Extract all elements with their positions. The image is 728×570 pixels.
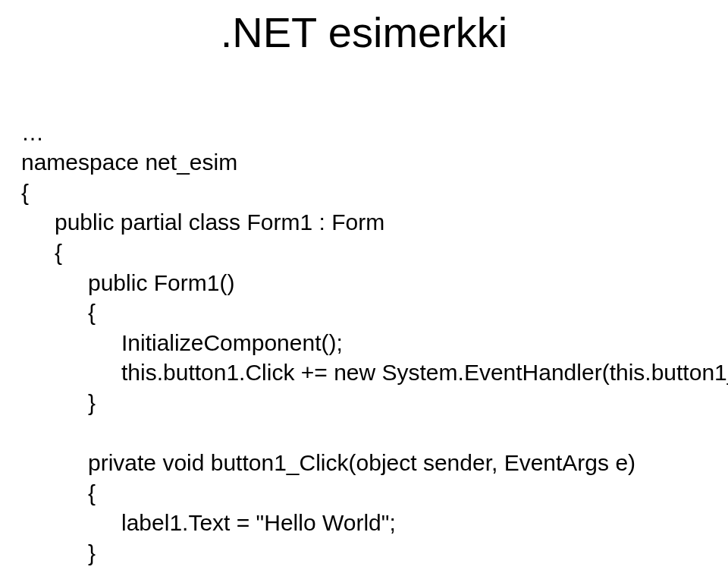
code-line: this.button1.Click += new System.EventHa… <box>21 360 728 385</box>
code-line: label1.Text = "Hello World"; <box>21 510 396 535</box>
code-line: InitializeComponent(); <box>21 330 343 355</box>
code-line: { <box>21 240 62 265</box>
code-line: namespace net_esim <box>21 150 237 175</box>
code-line: private void button1_Click(object sender… <box>21 450 635 475</box>
code-line: { <box>21 300 96 325</box>
code-line: public partial class Form1 : Form <box>21 209 384 235</box>
code-line: … <box>21 120 44 145</box>
code-line: } <box>21 390 96 415</box>
code-line: { <box>21 480 96 505</box>
code-line: { <box>21 180 29 205</box>
code-example: … namespace net_esim { public partial cl… <box>0 87 728 570</box>
code-line: public Form1() <box>21 270 234 295</box>
code-line: } <box>21 540 96 565</box>
slide-title: .NET esimerkki <box>0 8 728 57</box>
